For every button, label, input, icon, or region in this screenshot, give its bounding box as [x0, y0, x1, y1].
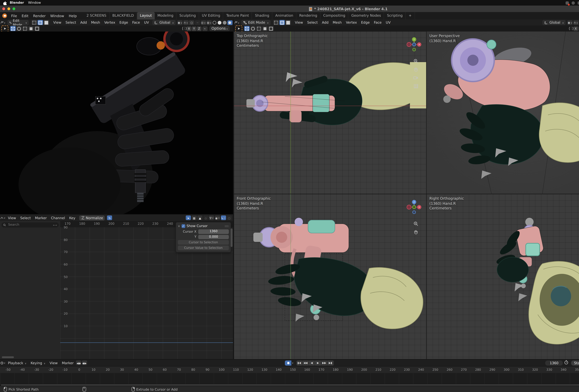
- editor-type-graph-icon[interactable]: ∨: [0, 216, 5, 220]
- timeline-menu-marker[interactable]: Marker: [60, 361, 76, 365]
- auto-keying-toggle[interactable]: [285, 360, 291, 365]
- jump-to-end-button[interactable]: ▶▮: [328, 360, 334, 365]
- only-selected-icon[interactable]: ➤: [186, 216, 191, 220]
- viewport-menu-item[interactable]: Select: [305, 20, 320, 25]
- timeline-menu-playback[interactable]: Playback ∨: [6, 361, 28, 365]
- viewport-menu-item[interactable]: Add: [320, 20, 331, 25]
- snap-keys-icon[interactable]: ∿∨: [221, 216, 226, 220]
- timeline-menu-view[interactable]: View: [48, 361, 60, 365]
- show-errors-icon[interactable]: ▲: [197, 216, 203, 220]
- topbar-menu-render[interactable]: Render: [31, 14, 48, 18]
- active-tool-tweak-icon[interactable]: ➤: [1, 25, 8, 32]
- pan-hand-icon[interactable]: [413, 67, 418, 72]
- workspace-tab-modeling[interactable]: Modeling: [155, 12, 177, 19]
- viewport-top-orthographic[interactable]: Top Orthographic (1360) Hand.R Centimete…: [234, 31, 426, 194]
- show-gizmo-icon[interactable]: ◎∨: [201, 20, 206, 25]
- transform-orientation-selector[interactable]: Global∨: [542, 20, 566, 25]
- viewport-menu-item[interactable]: Mesh: [331, 20, 344, 25]
- select-circle-tool-button[interactable]: [250, 26, 256, 31]
- move-tool-button[interactable]: [268, 26, 274, 31]
- graph-area[interactable]: 170180190200210220230240 908070605040302…: [60, 221, 233, 360]
- menubar-app-name[interactable]: Blender: [10, 1, 24, 5]
- mode-selector[interactable]: Edit Mode ∨: [7, 20, 29, 25]
- shading-wireframe-button[interactable]: [212, 20, 217, 25]
- pivot-point-icon[interactable]: ◉∨: [568, 20, 573, 25]
- overlays-icon[interactable]: ◍∨: [207, 20, 212, 25]
- zoom-icon[interactable]: [413, 221, 418, 226]
- normalize-auto-icon[interactable]: ↻: [107, 216, 112, 220]
- viewport-front-orthographic[interactable]: Front Orthographic (1360) Hand.R Centime…: [234, 194, 426, 359]
- status-icon-recorder[interactable]: [566, 1, 569, 4]
- graph-menu-item[interactable]: Channel: [49, 216, 67, 220]
- workspace-tab-2-screens[interactable]: 2 SCREENS: [84, 12, 110, 19]
- show-cursor-checkbox[interactable]: ✓: [181, 224, 185, 228]
- navigation-gizmo[interactable]: Y X: [406, 36, 423, 53]
- next-keyframe-button[interactable]: ▶▶: [321, 360, 328, 365]
- viewport-menu-item[interactable]: Select: [64, 20, 78, 25]
- panel-collapse-icon[interactable]: ∨: [178, 224, 180, 228]
- viewport-menu-item[interactable]: Vertex: [344, 20, 359, 25]
- viewport-menu-item[interactable]: View: [51, 20, 64, 25]
- viewport-menu-item[interactable]: Face: [130, 20, 142, 25]
- navigation-gizmo[interactable]: Z X: [406, 199, 423, 216]
- mirror-x-toggle[interactable]: X: [573, 26, 578, 31]
- cursor-tool-button[interactable]: [28, 26, 34, 31]
- filter-funnel-icon[interactable]: ∇∨: [209, 216, 214, 220]
- editor-type-3d-viewport-icon[interactable]: ∨: [234, 20, 239, 25]
- snap-magnet-icon[interactable]: ∩∨: [573, 20, 579, 25]
- area-divider[interactable]: [233, 19, 234, 359]
- active-tool-tweak-icon[interactable]: ➤: [235, 25, 242, 32]
- use-preview-range-icon[interactable]: [564, 360, 569, 366]
- channel-scrollbar[interactable]: [2, 356, 14, 358]
- blender-logo-icon[interactable]: [2, 13, 7, 18]
- editor-type-timeline-icon[interactable]: ∨: [0, 361, 5, 365]
- viewport-user-perspective[interactable]: User Perspective (1360) Hand.R Z Y X: [427, 31, 579, 194]
- pan-hand-icon[interactable]: [413, 229, 418, 235]
- select-lasso-tool-button[interactable]: [22, 26, 28, 31]
- toggle-grid-icon[interactable]: [413, 83, 418, 88]
- workspace-tab-compositing[interactable]: Compositing: [320, 12, 349, 19]
- edge-select-mode-button[interactable]: [279, 20, 285, 25]
- workspace-tab-layout[interactable]: Layout: [137, 12, 155, 19]
- jump-to-prev-keyframe-icon[interactable]: ◀◆: [76, 361, 81, 365]
- current-frame-field[interactable]: 1360: [545, 360, 563, 365]
- select-circle-tool-button[interactable]: [16, 26, 22, 31]
- viewport-menu-item[interactable]: UV: [384, 20, 393, 25]
- topbar-menu-file[interactable]: File: [9, 14, 19, 18]
- topbar-menu-help[interactable]: Help: [67, 14, 79, 18]
- pivot-point-icon[interactable]: ◉∨: [178, 20, 183, 25]
- viewport-menu-item[interactable]: Vertex: [102, 20, 117, 25]
- workspace-tab-shading[interactable]: Shading: [252, 12, 273, 19]
- topbar-menu-edit[interactable]: Edit: [19, 14, 31, 18]
- camera-view-icon[interactable]: [413, 75, 418, 80]
- timeline-menu-keying[interactable]: Keying ∨: [28, 361, 47, 365]
- workspace-tab-blackfield[interactable]: BLACKFIELD: [110, 12, 137, 19]
- mode-selector[interactable]: Edit Mode ∨: [241, 20, 271, 25]
- cursor-to-selection-button[interactable]: Cursor to Selection: [178, 240, 229, 245]
- status-icon-ai[interactable]: [572, 1, 575, 4]
- workspace-tab-animation[interactable]: Animation: [273, 12, 296, 19]
- mirror-x-toggle[interactable]: X: [187, 26, 191, 31]
- viewport-menu-item[interactable]: Add: [78, 20, 89, 25]
- graph-menu-item[interactable]: Select: [18, 216, 33, 220]
- viewport-menu-item[interactable]: Mesh: [89, 20, 102, 25]
- show-hidden-icon[interactable]: ▦: [192, 216, 197, 220]
- normalize-toggle[interactable]: Normalize: [79, 215, 105, 220]
- graph-vertical-scrollbar[interactable]: [231, 229, 232, 247]
- zoom-icon[interactable]: [413, 58, 418, 64]
- select-box-tool-button[interactable]: [244, 26, 250, 31]
- graph-menu-item[interactable]: Key: [67, 216, 77, 220]
- jump-to-start-button[interactable]: ▮◀: [296, 360, 303, 365]
- viewport-menu-item[interactable]: Face: [372, 20, 384, 25]
- menubar-item-window[interactable]: Window: [28, 1, 41, 5]
- graph-menu-item[interactable]: View: [6, 216, 18, 220]
- prev-keyframe-button[interactable]: ◀◀: [303, 360, 309, 365]
- shading-rendered-button[interactable]: [227, 20, 232, 25]
- workspace-tab-uv-editing[interactable]: UV Editing: [199, 12, 223, 19]
- viewport-menu-item[interactable]: Edge: [359, 20, 372, 25]
- workspace-tab-sculpting[interactable]: Sculpting: [177, 12, 199, 19]
- apple-logo-icon[interactable]: [3, 0, 7, 5]
- workspace-tab-geometry-nodes[interactable]: Geometry Nodes: [349, 12, 384, 19]
- snap-to-self-icon[interactable]: ⌁: [202, 26, 207, 31]
- editor-type-3d-viewport-icon[interactable]: ∨: [0, 20, 5, 25]
